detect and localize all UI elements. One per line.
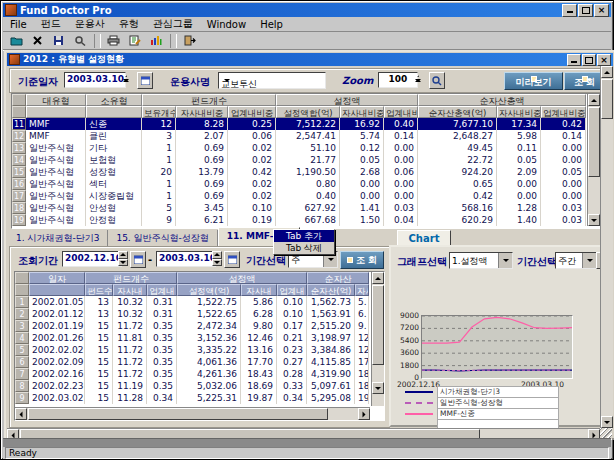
grid-cell[interactable]: 1	[142, 154, 176, 166]
grid-horizontal-scrollbar[interactable]	[15, 407, 370, 420]
grid-cell[interactable]: 19.87	[241, 392, 277, 404]
grid-cell[interactable]: 0.35	[147, 356, 177, 368]
grid-cell[interactable]: 15	[85, 380, 113, 392]
grid-cell[interactable]: 1,562.73	[307, 296, 355, 308]
save-icon[interactable]	[48, 32, 69, 49]
grid-cell[interactable]: 3,384.86	[307, 344, 355, 356]
grid-cell[interactable]: 7,512.22	[276, 118, 340, 130]
scrollbar-thumb[interactable]	[588, 107, 600, 177]
child-vertical-scrollbar[interactable]	[600, 66, 613, 428]
grid-cell[interactable]: 0.00	[340, 190, 384, 202]
grid-cell[interactable]: 0.14	[541, 130, 586, 142]
grid-cell[interactable]: 5.98	[497, 130, 541, 142]
grid-cell[interactable]: 18.69	[241, 380, 277, 392]
grid-cell[interactable]: 0.00	[384, 190, 418, 202]
zoom-input[interactable]: 100	[378, 72, 418, 88]
table-row[interactable]: 62002.02.091511.720.354,061.3617.700.274…	[15, 356, 384, 368]
table-row[interactable]: 12MMF클린32.070.062,547.415.740.142,648.27…	[12, 130, 600, 142]
grid-cell[interactable]: 2002.01.05	[29, 296, 85, 308]
grid-cell[interactable]: 5,225.31	[177, 392, 241, 404]
grid-cell[interactable]: 섹터	[86, 178, 142, 190]
grid-cell[interactable]: 3,335.22	[177, 344, 241, 356]
from-date-spinner[interactable]	[118, 251, 128, 266]
grid-cell[interactable]: 15	[85, 344, 113, 356]
table-row[interactable]: 42002.01.261511.810.353,152.3612.460.213…	[15, 332, 384, 344]
table-row[interactable]: 13일반주식형기타10.690.0251.100.120.0049.450.11…	[12, 142, 600, 154]
grid-cell[interactable]: 2002.01.12	[29, 308, 85, 320]
scroll-up-icon[interactable]	[601, 66, 613, 78]
grid-cell[interactable]: 17.34	[497, 118, 541, 130]
grid-cell[interactable]: 0.02	[228, 154, 276, 166]
grid-cell[interactable]: 4,319.90	[307, 368, 355, 380]
print-icon[interactable]	[103, 32, 124, 49]
grid-cell[interactable]: 11.72	[113, 368, 147, 380]
base-date-spinner[interactable]	[125, 72, 135, 87]
chevron-down-icon[interactable]	[582, 253, 596, 268]
grid-cell[interactable]: 2.68	[340, 166, 384, 178]
grid-cell[interactable]: 0.21	[277, 332, 307, 344]
grid-cell[interactable]: 0.27	[277, 356, 307, 368]
grid-cell[interactable]: 12.46	[241, 332, 277, 344]
table-row[interactable]: 17일반주식형시장중립형10.690.020.400.000.000.420.0…	[12, 190, 600, 202]
grid-cell[interactable]: 일반주식형	[26, 190, 86, 202]
grid-cell[interactable]: 1,522.65	[177, 308, 241, 320]
grid-cell[interactable]: 18.43	[241, 368, 277, 380]
grid-cell[interactable]: 0.33	[277, 380, 307, 392]
scroll-right-icon[interactable]	[358, 408, 370, 420]
grid-cell[interactable]: 667.68	[276, 214, 340, 226]
grid-cell[interactable]: 15	[85, 332, 113, 344]
scrollbar-thumb[interactable]	[28, 408, 328, 420]
grid-cell[interactable]: 2,472.34	[177, 320, 241, 332]
grid-cell[interactable]: 2002.01.19	[29, 320, 85, 332]
chart-period-select[interactable]: 주간	[555, 252, 597, 269]
grid-cell[interactable]: 0.03	[541, 202, 586, 214]
grid-cell[interactable]: 0.03	[541, 214, 586, 226]
child-close-button[interactable]: ×	[597, 54, 611, 66]
grid-cell[interactable]: 0.05	[541, 166, 586, 178]
grid-cell[interactable]: 시장중립형	[86, 190, 142, 202]
menu-item-Help[interactable]: Help	[253, 19, 290, 30]
to-date-calendar-button[interactable]	[224, 251, 240, 268]
grid-cell[interactable]: 13.16	[241, 344, 277, 356]
grid-cell[interactable]: 2,515.20	[307, 320, 355, 332]
grid-cell[interactable]: 4,261.36	[177, 368, 241, 380]
grid-cell[interactable]: 2.09	[497, 166, 541, 178]
grid-cell[interactable]: 20	[142, 166, 176, 178]
scroll-down-icon[interactable]	[601, 416, 613, 428]
grid-cell[interactable]: 1,522.75	[177, 296, 241, 308]
grid-cell[interactable]: 0.65	[418, 178, 497, 190]
grid-cell[interactable]: 0.40	[384, 118, 418, 130]
grid-cell[interactable]: 0.69	[176, 154, 228, 166]
grid-cell[interactable]: 0.10	[228, 202, 276, 214]
open-icon[interactable]	[6, 32, 27, 49]
grid-cell[interactable]: 2.07	[176, 130, 228, 142]
grid-cell[interactable]: 0.00	[340, 178, 384, 190]
grid-cell[interactable]: 5,295.08	[307, 392, 355, 404]
grid-cell[interactable]: 2002.02.16	[29, 368, 85, 380]
scrollbar-thumb[interactable]	[601, 79, 613, 119]
grid-cell[interactable]: 12.	[355, 332, 369, 344]
grid-cell[interactable]: 일반주식형	[26, 178, 86, 190]
chart-icon[interactable]	[145, 32, 166, 49]
grid-cell[interactable]: 1.28	[497, 202, 541, 214]
grid-cell[interactable]: 15	[85, 368, 113, 380]
grid-cell[interactable]: 0.05	[497, 154, 541, 166]
grid-cell[interactable]: MMF	[26, 130, 86, 142]
grid-cell[interactable]: 0.10	[277, 308, 307, 320]
grid-cell[interactable]: 0.06	[384, 166, 418, 178]
grid-cell[interactable]: 11.28	[113, 392, 147, 404]
scroll-left-icon[interactable]	[15, 408, 27, 420]
grid-cell[interactable]: 13.79	[176, 166, 228, 178]
grid-cell[interactable]: 4,061.36	[177, 356, 241, 368]
grid-cell[interactable]: 9.	[355, 320, 369, 332]
grid-cell[interactable]: 0.12	[340, 142, 384, 154]
zoom-spinner[interactable]	[417, 72, 427, 87]
from-date-input[interactable]: 2002.12.10	[62, 251, 122, 267]
report-icon[interactable]	[124, 32, 145, 49]
grid-cell[interactable]: 1,563.91	[307, 308, 355, 320]
grid-cell[interactable]: 0.00	[541, 190, 586, 202]
table-row[interactable]: 15일반주식형성장형2013.790.421,190.502.680.06924…	[12, 166, 600, 178]
grid-vertical-scrollbar[interactable]	[371, 272, 384, 406]
grid-cell[interactable]: 클린	[86, 130, 142, 142]
grid-cell[interactable]: 0.42	[228, 166, 276, 178]
